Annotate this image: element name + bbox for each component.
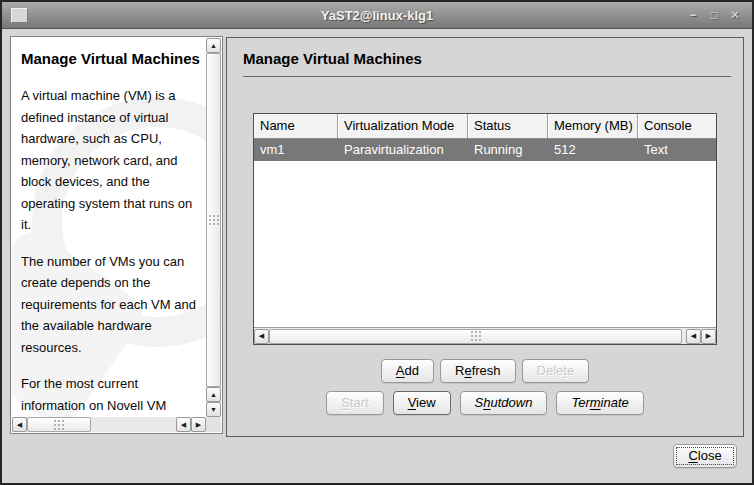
titlebar[interactable]: YaST2@linux-klg1 − □ ✕ [2,2,752,29]
scroll-up-button[interactable]: ▲ [206,387,221,402]
start-button[interactable]: Start [326,391,383,415]
close-button[interactable]: Close [673,444,737,468]
thumb-grip [54,420,56,422]
scroll-left-button[interactable]: ◀ [12,417,27,432]
scroll-down-button[interactable]: ▼ [206,402,221,417]
window-icon [11,8,28,23]
cell-status: Running [468,139,548,161]
scroll-left-button[interactable]: ◀ [254,329,269,344]
cell-console: Text [638,139,716,161]
scrollbar-corner [206,417,221,432]
view-button[interactable]: View [393,391,451,415]
add-button[interactable]: Add [381,359,434,383]
scroll-up-icon: ▲ [210,42,217,49]
window-controls: − □ ✕ [686,7,742,23]
yast2-window: YaST2@linux-klg1 − □ ✕ Manage Virtual Ma… [0,0,754,485]
scroll-right-icon: ▶ [196,421,201,429]
table-horizontal-scrollbar[interactable]: ◀ ◀ ▶ [254,327,716,344]
maximize-icon[interactable]: □ [707,7,721,23]
table-header-row: Name Virtualization Mode Status Memory (… [254,114,716,139]
table-row-vm1-selected[interactable]: vm1 Paravirtualization Running 512 Text [254,139,716,161]
column-header-name[interactable]: Name [254,114,338,138]
vertical-scroll-thumb[interactable] [206,53,221,387]
vm-control-row: Start View Shutdown Terminate [227,391,743,415]
help-heading: Manage Virtual Machines [21,49,204,69]
help-paragraph: The number of VMs you can create depends… [21,251,204,359]
minimize-icon[interactable]: − [686,7,700,23]
scroll-left-button[interactable]: ◀ [176,417,191,432]
thumb-grip [209,215,211,217]
vm-table: Name Virtualization Mode Status Memory (… [253,113,717,345]
shutdown-button[interactable]: Shutdown [460,391,548,415]
scroll-left-icon: ◀ [691,332,696,340]
cell-memory: 512 [548,139,638,161]
help-paragraph: For the most current information on Nove… [21,373,204,417]
column-header-virtualization-mode[interactable]: Virtualization Mode [338,114,468,138]
cell-virtualization-mode: Paravirtualization [338,139,468,161]
help-paragraph: A virtual machine (VM) is a defined inst… [21,85,204,236]
scroll-left-icon: ◀ [181,421,186,429]
refresh-button[interactable]: Refresh [440,359,516,383]
help-panel: Manage Virtual Machines A virtual machin… [10,36,223,434]
table-action-row: Add Refresh Delete [227,359,743,383]
horizontal-scroll-thumb[interactable] [269,329,682,344]
scroll-up-button[interactable]: ▲ [206,38,221,53]
help-text: Manage Virtual Machines A virtual machin… [11,37,206,417]
horizontal-scroll-thumb[interactable] [27,417,91,432]
scroll-left-icon: ◀ [17,421,22,429]
scroll-up-icon: ▲ [210,391,217,398]
scroll-right-button[interactable]: ▶ [191,417,206,432]
scroll-right-icon: ▶ [706,332,711,340]
help-horizontal-scrollbar[interactable]: ◀ ◀ ▶ [12,417,206,432]
delete-button[interactable]: Delete [522,359,590,383]
help-vertical-scrollbar[interactable]: ▲ ▲ ▼ [206,38,221,417]
window-title: YaST2@linux-klg1 [2,8,752,23]
terminate-button[interactable]: Terminate [556,391,643,415]
close-icon[interactable]: ✕ [728,7,742,23]
main-panel: Manage Virtual Machines Name Virtualizat… [226,37,744,437]
scroll-left-icon: ◀ [259,332,264,340]
scroll-left-button[interactable]: ◀ [686,329,701,344]
scroll-button-pair: ▲ ▼ [206,387,221,417]
thumb-grip [471,331,473,333]
title-underline [243,76,731,77]
table-empty-area [254,161,716,327]
scroll-down-icon: ▼ [210,406,217,413]
page-title: Manage Virtual Machines [243,50,727,67]
cell-name: vm1 [254,139,338,161]
column-header-console[interactable]: Console [638,114,716,138]
column-header-memory[interactable]: Memory (MB) [548,114,638,138]
scroll-right-button[interactable]: ▶ [701,329,716,344]
column-header-status[interactable]: Status [468,114,548,138]
